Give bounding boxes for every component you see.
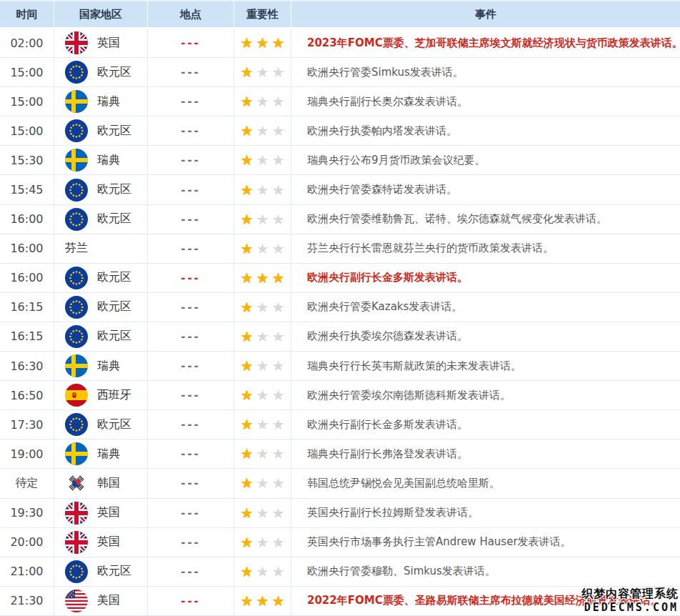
table-row[interactable]: 16:50 西班牙 --- ★ ★ ★ 欧洲央行管委埃尔南德斯德科斯发表讲话。 [0, 381, 680, 410]
importance-stars: ★ ★ ★ [234, 499, 291, 527]
star-icon: ★ [256, 417, 269, 432]
event-text: 英国央行副行长拉姆斯登发表讲话。 [291, 499, 680, 527]
importance-stars: ★ ★ ★ [234, 29, 291, 57]
star-icon: ★ [271, 594, 284, 608]
importance-stars: ★ ★ ★ [234, 528, 291, 557]
star-icon: ★ [241, 447, 254, 461]
location-value: --- [148, 29, 234, 57]
star-icon: ★ [271, 183, 284, 197]
uk-flag-icon [65, 31, 88, 54]
country-cell: 欧元区 [54, 116, 148, 145]
table-row[interactable]: 16:00 芬兰 --- ★ ★ ★ 芬兰央行行长雷恩就芬兰央行的货币政策发表讲… [0, 234, 680, 264]
star-icon: ★ [241, 594, 254, 608]
header-col-country: 国家地区 [54, 1, 148, 27]
sweden-flag-icon [65, 442, 88, 465]
star-icon: ★ [241, 565, 254, 579]
table-row[interactable]: 16:15 欧元区 --- ★ ★ ★ 欧洲央行执委埃尔德森发表讲话。 [0, 322, 680, 352]
location-value: --- [148, 410, 234, 439]
table-row[interactable]: 15:00 瑞典 --- ★ ★ ★ 瑞典央行副行长奥尔森发表讲话。 [0, 87, 680, 116]
location-value: --- [148, 293, 234, 322]
event-text: 欧洲央行管委Kazaks发表讲话。 [291, 293, 680, 322]
country-cell: 美国 [54, 587, 148, 615]
sweden-flag-icon [65, 90, 88, 113]
location-value: --- [148, 381, 234, 409]
country-cell: 瑞典 [54, 439, 148, 468]
table-row[interactable]: 21:30 美国 --- ★ ★ ★ 2022年FOMC票委、圣路易斯联储主席布… [0, 587, 680, 616]
event-time: 待定 [0, 469, 54, 497]
star-icon: ★ [241, 535, 254, 550]
importance-stars: ★ ★ ★ [234, 293, 291, 322]
event-time: 19:30 [0, 499, 54, 527]
importance-stars: ★ ★ ★ [234, 234, 291, 263]
uk-flag-icon [65, 531, 88, 554]
star-icon: ★ [241, 36, 254, 50]
table-row[interactable]: 17:30 欧元区 --- ★ ★ ★ 欧洲央行副行长金多斯发表讲话。 [0, 410, 680, 439]
table-row[interactable]: 21:00 欧元区 --- ★ ★ ★ 欧洲央行管委穆勒、Simkus发表讲话。 [0, 557, 680, 587]
table-row[interactable]: 16:00 欧元区 --- ★ ★ ★ 欧洲央行副行长金多斯发表讲话。 [0, 264, 680, 293]
table-row[interactable]: 19:00 瑞典 --- ★ ★ ★ 瑞典央行副行长弗洛登发表讲话。 [0, 439, 680, 469]
table-row[interactable]: 02:00 英国 --- ★ ★ ★ 2023年FOMC票委、芝加哥联储主席埃文… [0, 29, 680, 58]
table-row[interactable]: 19:30 英国 --- ★ ★ ★ 英国央行副行长拉姆斯登发表讲话。 [0, 499, 680, 528]
country-cell: 韩国 [54, 469, 148, 497]
star-icon: ★ [271, 153, 284, 167]
star-icon: ★ [241, 65, 254, 79]
country-cell: 瑞典 [54, 352, 148, 380]
eu-flag-icon [65, 61, 88, 84]
star-icon: ★ [256, 36, 269, 50]
event-time: 17:30 [0, 410, 54, 439]
event-time: 15:45 [0, 175, 54, 204]
location-value: --- [148, 87, 234, 116]
importance-stars: ★ ★ ★ [234, 469, 291, 497]
country-name: 英国 [97, 535, 120, 550]
eu-flag-icon [65, 413, 88, 436]
star-icon: ★ [256, 124, 269, 138]
header-col-location: 地点 [148, 1, 234, 27]
event-time: 16:50 [0, 381, 54, 409]
event-text: 2023年FOMC票委、芝加哥联储主席埃文斯就经济现状与货币政策发表讲话。 [291, 29, 680, 57]
event-text: 英国央行市场事务执行主管Andrew Hauser发表讲话。 [291, 528, 680, 557]
us-flag-icon [65, 590, 88, 612]
header-col-importance: 重要性 [234, 1, 291, 27]
country-cell: 英国 [54, 499, 148, 527]
table-row[interactable]: 15:30 瑞典 --- ★ ★ ★ 瑞典央行公布9月货币政策会议纪要。 [0, 146, 680, 175]
location-value: --- [148, 528, 234, 557]
event-text: 欧洲央行管委埃尔南德斯德科斯发表讲话。 [291, 381, 680, 409]
event-time: 16:15 [0, 322, 54, 351]
table-row[interactable]: 16:30 瑞典 --- ★ ★ ★ 瑞典央行行长英韦斯就政策的未来发表讲话。 [0, 352, 680, 381]
country-name: 瑞典 [97, 359, 120, 374]
event-text: 瑞典央行行长英韦斯就政策的未来发表讲话。 [291, 352, 680, 380]
importance-stars: ★ ★ ★ [234, 146, 291, 174]
country-name: 欧元区 [97, 65, 131, 80]
star-icon: ★ [271, 506, 284, 520]
table-row[interactable]: 20:00 英国 --- ★ ★ ★ 英国央行市场事务执行主管Andrew Ha… [0, 528, 680, 557]
country-cell: 欧元区 [54, 264, 148, 292]
country-name: 瑞典 [97, 153, 120, 168]
country-name: 欧元区 [97, 270, 131, 285]
table-row[interactable]: 16:15 欧元区 --- ★ ★ ★ 欧洲央行管委Kazaks发表讲话。 [0, 293, 680, 322]
event-time: 15:30 [0, 146, 54, 174]
table-row[interactable]: 15:00 欧元区 --- ★ ★ ★ 欧洲央行执委帕内塔发表讲话。 [0, 116, 680, 146]
event-text: 欧洲央行管委森特诺发表讲话。 [291, 175, 680, 204]
eu-flag-icon [65, 267, 88, 289]
country-name: 美国 [97, 593, 120, 608]
table-row[interactable]: 15:00 欧元区 --- ★ ★ ★ 欧洲央行管委Simkus发表讲话。 [0, 58, 680, 87]
star-icon: ★ [256, 65, 269, 79]
star-icon: ★ [256, 594, 269, 608]
table-row[interactable]: 16:00 欧元区 --- ★ ★ ★ 欧洲央行管委维勒鲁瓦、诺特、埃尔德森就气… [0, 205, 680, 234]
event-time: 15:00 [0, 116, 54, 145]
table-row[interactable]: 待定 韩国 --- ★ ★ ★ 韩国总统尹锡悦会见美国副总统哈里斯。 [0, 469, 680, 498]
star-icon: ★ [271, 329, 284, 344]
star-icon: ★ [241, 153, 254, 167]
country-name: 欧元区 [97, 329, 131, 344]
importance-stars: ★ ★ ★ [234, 439, 291, 468]
star-icon: ★ [241, 212, 254, 227]
star-icon: ★ [271, 565, 284, 579]
location-value: --- [148, 146, 234, 174]
country-name: 欧元区 [97, 182, 131, 197]
table-row[interactable]: 15:45 欧元区 --- ★ ★ ★ 欧洲央行管委森特诺发表讲话。 [0, 175, 680, 204]
eu-flag-icon [65, 119, 88, 142]
event-time: 20:00 [0, 528, 54, 557]
location-value: --- [148, 175, 234, 204]
eu-flag-icon [65, 296, 88, 319]
star-icon: ★ [271, 36, 284, 50]
